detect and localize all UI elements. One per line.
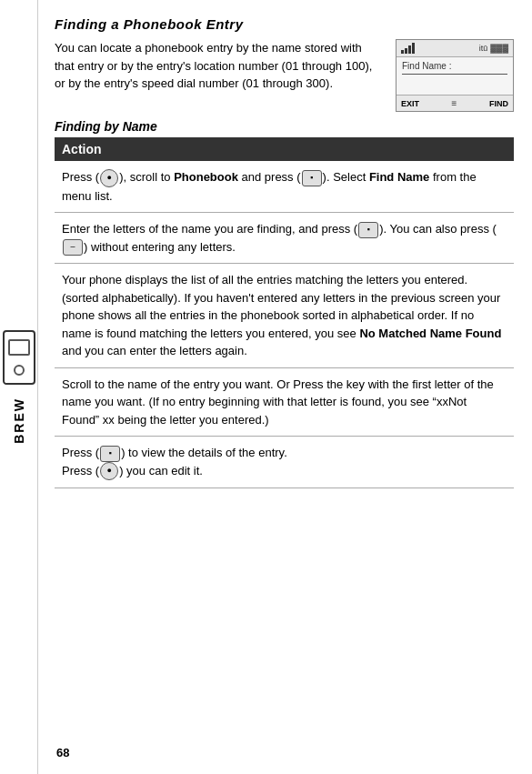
table-row: Press (●), scroll to Phonebook and press… <box>55 161 514 213</box>
screen-find-name-label: Find Name : <box>402 61 507 71</box>
brew-label: BREW <box>12 397 26 444</box>
page-title: Finding a Phonebook Entry <box>55 16 514 32</box>
page-number: 68 <box>56 746 69 759</box>
table-row: Scroll to the name of the entry you want… <box>55 367 514 437</box>
edit-button-icon: ● <box>100 462 118 480</box>
table-row: Press (▪) to view the details of the ent… <box>55 437 514 488</box>
screen-exit-button[interactable]: EXIT <box>401 99 419 108</box>
sidebar: BREW <box>0 0 38 774</box>
screen-input-line <box>402 74 507 75</box>
view-button-icon: ▪ <box>100 446 120 462</box>
menu-button-icon: ● <box>100 169 118 187</box>
action-cell-3: Your phone displays the list of all the … <box>55 264 514 368</box>
main-content: Finding a Phonebook Entry itū ▓▓▓ Find N… <box>38 0 532 774</box>
ok-button-icon: ▪ <box>358 222 378 238</box>
action-cell-4: Scroll to the name of the entry you want… <box>55 367 514 437</box>
brew-device-icon <box>3 330 35 385</box>
action-table: Action Press (●), scroll to Phonebook an… <box>55 137 514 488</box>
section-title: Finding by Name <box>55 119 514 134</box>
screen-find-button[interactable]: FIND <box>489 99 508 108</box>
screen-menu-icon: ≡ <box>452 98 457 108</box>
screen-status-icons: itū ▓▓▓ <box>479 44 508 53</box>
no-matched-bold: No Matched Name Found <box>359 327 501 340</box>
itu-icon: itū <box>479 44 488 53</box>
table-header-row: Action <box>55 137 514 161</box>
action-header: Action <box>55 137 514 161</box>
battery-icon: ▓▓▓ <box>490 44 508 53</box>
page-container: BREW Finding a Phonebook Entry itū ▓▓▓ F <box>0 0 532 774</box>
find-name-bold: Find Name <box>369 170 429 184</box>
action-cell-2: Enter the letters of the name you are fi… <box>55 213 514 264</box>
action-cell-5: Press (▪) to view the details of the ent… <box>55 437 514 488</box>
screen-mockup: itū ▓▓▓ Find Name : EXIT ≡ FIND <box>396 39 514 112</box>
signal-bars-icon <box>401 43 415 54</box>
screen-bottom-bar: EXIT ≡ FIND <box>396 95 513 111</box>
screen-top-bar: itū ▓▓▓ <box>396 40 513 57</box>
action-cell-1: Press (●), scroll to Phonebook and press… <box>55 161 514 213</box>
select-button-icon: ▪ <box>302 170 322 186</box>
table-row: Your phone displays the list of all the … <box>55 264 514 368</box>
phonebook-bold: Phonebook <box>174 170 238 184</box>
minus-button-icon: – <box>63 239 83 256</box>
screen-body: Find Name : <box>396 57 513 84</box>
table-row: Enter the letters of the name you are fi… <box>55 213 514 264</box>
